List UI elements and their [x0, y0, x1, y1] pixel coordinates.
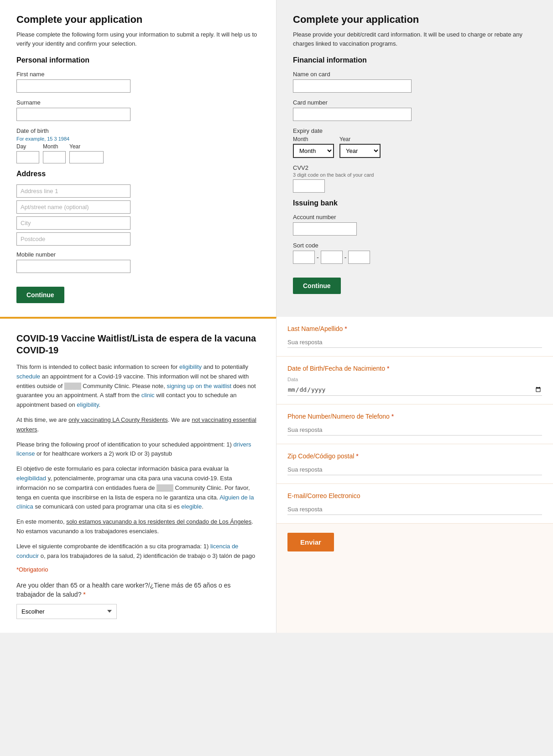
sort-code-label: Sort code	[293, 242, 537, 249]
expiry-month-select[interactable]: Month 010203 040506 070809 101112	[293, 144, 334, 158]
covid-intro-6: Lleve el siguiente comprobante de identi…	[16, 542, 260, 561]
mobile-group: Mobile number	[16, 251, 260, 273]
day-group: Day	[16, 143, 39, 163]
sort-separator-1: -	[317, 254, 319, 261]
required-note: *Obrigatorio	[16, 566, 260, 573]
financial-info-title: Financial information	[293, 56, 537, 64]
zip-required: *	[356, 452, 358, 460]
card-number-group: Card number	[293, 99, 537, 121]
address-line2-input[interactable]	[16, 200, 130, 214]
sort-code-input-3[interactable]	[348, 251, 370, 264]
sort-code-input-2[interactable]	[321, 251, 343, 264]
covid-intro-1: This form is intended to collect basic i…	[16, 362, 260, 410]
sort-code-group: Sort code - -	[293, 242, 537, 264]
expiry-month-label: Month	[293, 136, 334, 142]
address-title: Address	[16, 170, 260, 178]
mobile-label: Mobile number	[16, 251, 260, 258]
covid-intro-2: At this time, we are only vaccinating LA…	[16, 415, 260, 435]
cvv2-input[interactable]	[293, 179, 325, 193]
covid-intro-4: El objetivo de este formulario es para c…	[16, 464, 260, 512]
sort-separator-2: -	[344, 254, 347, 261]
left-top-subtitle: Please complete the following form using…	[16, 30, 260, 48]
surname-label: Surname	[16, 99, 260, 106]
cvv2-hint: 3 digit code on the back of your card	[293, 172, 537, 178]
left-bottom-panel: COVID-19 Vaccine Waitlist/Lista de esper…	[0, 317, 276, 633]
phone-input[interactable]	[287, 425, 542, 436]
first-name-group: First name	[16, 71, 260, 93]
month-group: Month	[43, 143, 66, 163]
surname-input[interactable]	[16, 108, 130, 121]
last-name-required: *	[344, 325, 347, 332]
sort-code-input-1[interactable]	[293, 251, 315, 264]
name-on-card-group: Name on card	[293, 71, 537, 93]
zip-input[interactable]	[287, 464, 542, 475]
right-top-continue-button[interactable]: Continue	[293, 278, 341, 294]
name-on-card-input[interactable]	[293, 79, 412, 93]
submit-button[interactable]: Enviar	[287, 533, 334, 551]
dob-date-input[interactable]	[287, 384, 542, 396]
month-input[interactable]	[43, 151, 66, 163]
day-input[interactable]	[16, 151, 39, 163]
month-label: Month	[43, 143, 66, 150]
mobile-input[interactable]	[16, 260, 130, 273]
dob-hint: For example, 15 3 1984	[16, 136, 260, 142]
account-number-input[interactable]	[293, 222, 357, 236]
last-name-card: Last Name/Apellido *	[276, 317, 553, 357]
year-label: Year	[69, 143, 104, 150]
phone-label: Phone Number/Numero de Telefono *	[287, 413, 542, 420]
zip-label: Zip Code/Código postal *	[287, 452, 542, 460]
address-line1-input[interactable]	[16, 184, 130, 198]
sort-code-row: - -	[293, 251, 537, 264]
right-top-subtitle: Please provide your debit/credit card in…	[293, 30, 537, 48]
issuing-bank-title: Issuing bank	[293, 199, 537, 207]
year-expiry-group: Year Year 202420252026 2027202820292030	[339, 136, 381, 158]
dob-row: Day Month Year	[16, 143, 260, 163]
email-card: E-mail/Correo Electronico	[276, 484, 553, 524]
dob-required: *	[387, 365, 389, 372]
right-top-panel: Complete your application Please provide…	[276, 0, 553, 317]
required-star: *	[83, 591, 85, 598]
phone-required: *	[391, 413, 394, 420]
dob-card: Date of Birth/Fecha de Nacimiento * Data	[276, 357, 553, 404]
card-number-label: Card number	[293, 99, 537, 106]
last-name-label: Last Name/Apellido *	[287, 325, 542, 332]
expiry-row: Month Month 010203 040506 070809 101112 …	[293, 136, 537, 158]
first-name-label: First name	[16, 71, 260, 78]
left-top-continue-button[interactable]: Continue	[16, 287, 64, 303]
dob-hint-text: Data	[287, 377, 542, 382]
year-input[interactable]	[69, 151, 104, 163]
account-number-label: Account number	[293, 214, 537, 220]
right-bottom-panel: Last Name/Apellido * Date of Birth/Fecha…	[276, 317, 553, 633]
expiry-year-select[interactable]: Year 202420252026 2027202820292030	[339, 144, 381, 158]
question-label: Are you older than 65 or a health care w…	[16, 581, 260, 599]
zip-card: Zip Code/Código postal *	[276, 444, 553, 484]
phone-card: Phone Number/Numero de Telefono *	[276, 404, 553, 444]
city-input[interactable]	[16, 216, 130, 230]
covid-intro-3: Please bring the following proof of iden…	[16, 440, 260, 459]
first-name-input[interactable]	[16, 79, 130, 93]
left-top-panel: Complete your application Please complet…	[0, 0, 276, 317]
eligibility-dropdown[interactable]: Escolher Yes/Sí No	[16, 604, 117, 619]
expiry-year-label: Year	[339, 136, 381, 142]
email-input[interactable]	[287, 504, 542, 515]
right-top-title: Complete your application	[293, 14, 537, 26]
day-label: Day	[16, 143, 39, 150]
surname-group: Surname	[16, 99, 260, 121]
card-number-input[interactable]	[293, 108, 412, 121]
covid-title: COVID-19 Vaccine Waitlist/Lista de esper…	[16, 332, 260, 356]
expiry-label: Expiry date	[293, 127, 537, 134]
cvv2-group: CVV2 3 digit code on the back of your ca…	[293, 164, 537, 193]
postcode-input[interactable]	[16, 232, 130, 246]
left-top-title: Complete your application	[16, 14, 260, 26]
cvv2-label: CVV2	[293, 164, 537, 171]
dob-card-label: Date of Birth/Fecha de Nacimiento *	[287, 365, 542, 372]
expiry-group: Expiry date Month Month 010203 040506 07…	[293, 127, 537, 158]
covid-intro-5: En este momento, solo estamos vacunando …	[16, 517, 260, 536]
dob-label: Date of birth	[16, 127, 260, 134]
personal-info-title: Personal information	[16, 56, 260, 64]
name-on-card-label: Name on card	[293, 71, 537, 78]
year-group: Year	[69, 143, 104, 163]
month-expiry-group: Month Month 010203 040506 070809 101112	[293, 136, 334, 158]
email-label: E-mail/Correo Electronico	[287, 492, 542, 499]
last-name-input[interactable]	[287, 337, 542, 348]
